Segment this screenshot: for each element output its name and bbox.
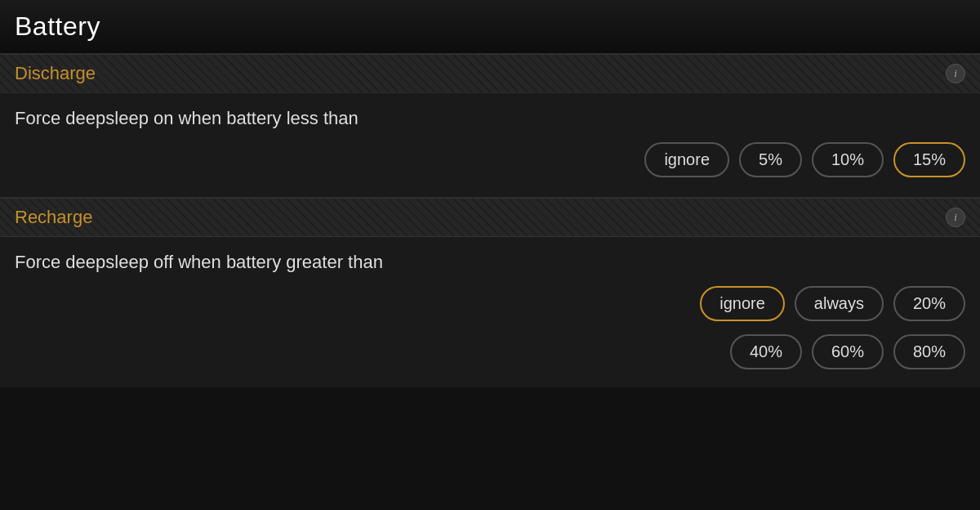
discharge-option-15[interactable]: 15%	[893, 142, 965, 177]
app-header: Battery	[0, 0, 980, 54]
discharge-section-content: Force deepsleep on when battery less tha…	[0, 93, 980, 198]
recharge-option-60[interactable]: 60%	[812, 334, 884, 369]
recharge-section-header: Recharge i	[0, 198, 980, 237]
recharge-option-always[interactable]: always	[795, 286, 884, 321]
recharge-info-icon[interactable]: i	[946, 208, 965, 227]
discharge-option-ignore[interactable]: ignore	[644, 142, 729, 177]
discharge-option-10[interactable]: 10%	[812, 142, 884, 177]
recharge-option-ignore[interactable]: ignore	[700, 286, 785, 321]
recharge-section-content: Force deepsleep off when battery greater…	[0, 237, 980, 387]
recharge-option-40[interactable]: 40%	[730, 334, 802, 369]
recharge-options-row2: 40% 60% 80%	[15, 326, 965, 373]
discharge-options-row: ignore 5% 10% 15%	[15, 142, 965, 182]
recharge-title: Recharge	[15, 207, 92, 228]
recharge-option-80[interactable]: 80%	[893, 334, 965, 369]
discharge-title: Discharge	[15, 63, 96, 84]
recharge-description: Force deepsleep off when battery greater…	[15, 252, 965, 273]
discharge-description: Force deepsleep on when battery less tha…	[15, 108, 965, 129]
discharge-info-icon[interactable]: i	[946, 64, 965, 83]
recharge-option-20[interactable]: 20%	[893, 286, 965, 321]
page-title: Battery	[15, 11, 100, 41]
recharge-options-row1: ignore always 20%	[15, 286, 965, 326]
discharge-section-header: Discharge i	[0, 54, 980, 93]
discharge-option-5[interactable]: 5%	[739, 142, 802, 177]
